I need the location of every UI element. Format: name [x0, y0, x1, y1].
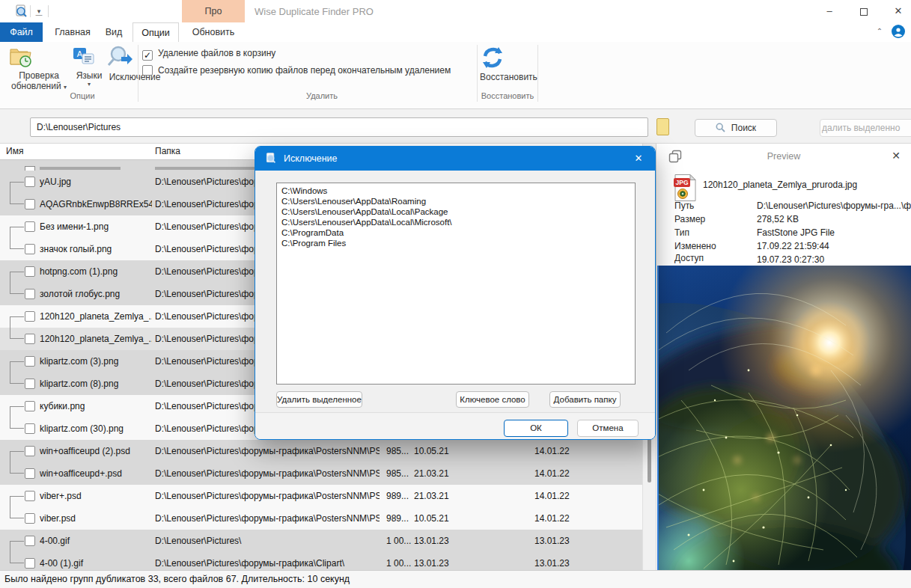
row-checkbox[interactable]	[25, 401, 35, 411]
cell-name: кубики.png	[40, 395, 152, 417]
backup-checkbox-row[interactable]: Создайте резервную копию файлов перед ок…	[142, 65, 451, 76]
maximize-button[interactable]	[847, 0, 881, 22]
cell-accessed: 14.01.22	[534, 462, 579, 485]
restore-button[interactable]: Восстановить	[480, 45, 535, 82]
row-checkbox[interactable]	[25, 356, 35, 367]
tab-options[interactable]: Опции	[132, 22, 179, 42]
preview-file-name: 120h120_planeta_Zemlya_pruroda.jpg	[703, 180, 857, 190]
row-checkbox[interactable]	[25, 558, 35, 569]
row-checkbox[interactable]	[25, 221, 35, 232]
row-checkbox[interactable]	[25, 177, 35, 187]
folder-browse-icon[interactable]	[656, 117, 670, 136]
row-checkbox[interactable]	[25, 244, 35, 254]
backup-checkbox[interactable]	[142, 65, 153, 76]
scrollbar-thumb[interactable]	[648, 438, 651, 483]
exclusion-path-list[interactable]: C:\Windows C:\Users\Lenouser\AppData\Roa…	[276, 183, 636, 385]
cell-name: viber.psd	[40, 507, 152, 530]
detail-label-size: Размер	[674, 214, 705, 224]
cell-accessed: 14.01.22	[534, 507, 579, 530]
pro-badge[interactable]: Про	[182, 0, 245, 22]
row-checkbox[interactable]	[25, 491, 35, 501]
cell-size: 1 00...	[386, 530, 413, 552]
delete-selected-button[interactable]: далить выделенно	[820, 119, 911, 137]
recycle-checkbox-row[interactable]: ✓Удаление файлов в корзину	[142, 48, 275, 61]
group-bracket	[10, 316, 24, 339]
check-updates-button[interactable]: Проверка обновлений ▾	[7, 45, 70, 91]
preview-panel: Preview ✕ JPG 120h120_planeta_Zemlya_pru…	[656, 144, 911, 570]
preview-close-icon[interactable]: ✕	[892, 150, 901, 162]
dialog-close-icon[interactable]: ✕	[622, 147, 655, 171]
dialog-delete-selected-button[interactable]: Удалить выделенное	[276, 391, 362, 408]
table-row[interactable]: 4-00 (1).gifD:\Lenouser\Pictures\форумы-…	[0, 552, 642, 570]
row-checkbox[interactable]	[25, 446, 35, 456]
dialog-ok-button[interactable]: ОК	[504, 420, 568, 437]
user-icon[interactable]	[892, 25, 905, 38]
table-row[interactable]: win+oafficeupd+.psdD:\Lenouser\Pictures\…	[0, 462, 642, 485]
dialog-add-folder-button[interactable]: Добавить папку	[549, 391, 621, 408]
refresh-icon	[480, 45, 535, 70]
detail-value-size: 278,52 KB	[757, 214, 799, 224]
dialog-title-bar[interactable]: Исключение ✕	[255, 147, 655, 171]
recycle-checkbox-label: Удаление файлов в корзину	[158, 48, 275, 58]
detail-label-path: Путь	[674, 200, 694, 211]
row-checkbox[interactable]	[25, 468, 35, 479]
cell-name: 120h120_planeta_Zemlya_...	[40, 328, 152, 350]
minimize-button[interactable]: –	[812, 0, 847, 22]
detail-value-type: FastStone JPG File	[757, 227, 835, 238]
cell-modified: 10.05.21	[414, 507, 459, 530]
dialog-cancel-button[interactable]: Отмена	[577, 420, 639, 437]
status-bar: Было найдено групп дубликатов 33, всего …	[0, 570, 911, 588]
row-checkbox[interactable]	[25, 311, 35, 322]
column-header-folder[interactable]: Папка	[155, 146, 180, 156]
tab-file[interactable]: Файл	[0, 22, 43, 42]
table-row[interactable]: 4-00.gifD:\Lenouser\Pictures\1 00...13.0…	[0, 530, 642, 552]
tab-update[interactable]: Обновить	[182, 22, 245, 42]
tab-view[interactable]: Вид	[98, 22, 130, 42]
cell-name: viber+.psd	[40, 485, 152, 507]
detail-label-modified: Изменено	[674, 241, 716, 251]
recycle-checkbox[interactable]: ✓	[142, 50, 153, 61]
search-icon	[716, 123, 725, 132]
check-updates-label: Проверка обновлений	[11, 70, 61, 91]
jpg-badge: JPG	[675, 179, 688, 186]
detail-value-accessed: 19.07.23 0:27:30	[757, 254, 824, 265]
group-bracket	[10, 496, 24, 518]
dialog-footer: ОК Отмена	[255, 412, 655, 440]
chevron-up-icon[interactable]: ⌃	[874, 25, 886, 37]
column-header-name[interactable]: Имя	[6, 146, 23, 156]
cell-size: 989...	[386, 485, 413, 507]
title-bar: ▾— Про Wise Duplicate Finder PRO – ✕	[0, 0, 911, 22]
backup-checkbox-label: Создайте резервную копию файлов перед ок…	[158, 65, 451, 76]
chevron-down-icon: ▾	[64, 84, 67, 91]
row-checkbox[interactable]	[25, 334, 35, 344]
row-checkbox[interactable]	[25, 423, 35, 434]
row-checkbox[interactable]	[25, 536, 35, 546]
restore-label: Восстановить	[480, 72, 537, 82]
row-checkbox[interactable]	[25, 289, 35, 299]
table-row[interactable]: viber.psdD:\Lenouser\Pictures\форумы-гра…	[0, 507, 642, 530]
app-icon	[264, 152, 277, 165]
app-icon	[13, 4, 28, 19]
group-bracket	[10, 227, 24, 249]
search-button-label: Поиск	[731, 123, 756, 133]
dialog-keyword-button[interactable]: Ключевое слово	[456, 391, 529, 408]
close-button[interactable]: ✕	[881, 0, 911, 22]
table-row[interactable]: viber+.psdD:\Lenouser\Pictures\форумы-гр…	[0, 485, 642, 507]
table-row[interactable]: win+oafficeupd (2).psdD:\Lenouser\Pictur…	[0, 440, 642, 462]
translate-icon: A	[72, 45, 106, 69]
search-button[interactable]: Поиск	[695, 119, 777, 137]
folder-clock-icon	[7, 45, 70, 69]
row-checkbox[interactable]	[25, 513, 35, 524]
exclusion-dialog: Исключение ✕ C:\Windows C:\Users\Lenouse…	[255, 146, 656, 440]
cell-name: yAU.jpg	[40, 171, 152, 193]
scan-path-input[interactable]: D:\Lenouser\Pictures	[30, 117, 648, 137]
group-label-restore: Восстановить	[470, 91, 545, 100]
tab-home[interactable]: Главная	[47, 22, 98, 42]
cell-size: 989...	[386, 507, 413, 530]
row-checkbox[interactable]	[25, 266, 35, 277]
languages-button[interactable]: A Языки ▾	[72, 45, 106, 88]
row-checkbox[interactable]	[25, 379, 35, 389]
group-label-options: Опции	[45, 91, 120, 100]
chevron-down-icon[interactable]: ▾—	[33, 4, 45, 18]
row-checkbox[interactable]	[25, 199, 35, 209]
